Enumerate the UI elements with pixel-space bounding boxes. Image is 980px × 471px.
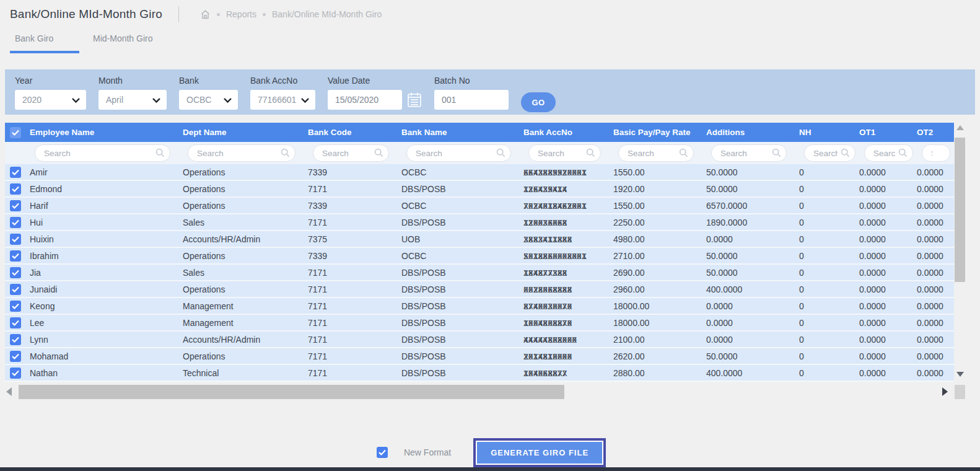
vertical-scrollbar-thumb[interactable] (955, 138, 965, 282)
cell-ot2: 0.0000 (917, 351, 954, 361)
search-dept-name[interactable] (188, 144, 295, 162)
scroll-up-icon[interactable] (956, 125, 964, 130)
search-ot2[interactable] (922, 144, 950, 162)
table-row: Ibrahim Operations 7339 OCBC 50188600080… (5, 248, 954, 265)
cell-nh: 0 (799, 301, 859, 311)
batch-no-input[interactable] (434, 90, 509, 110)
row-checkbox[interactable] (10, 284, 21, 295)
breadcrumb-section[interactable]: Reports (226, 9, 256, 19)
col-header-ot1[interactable]: OT1 (859, 128, 917, 137)
cell-ot1: 0.0000 (859, 201, 917, 211)
cell-ot1: 0.0000 (859, 368, 917, 378)
cell-dept-name: Management (183, 301, 308, 311)
cell-bank-accno-masked: 5018860008001 (523, 252, 587, 261)
scroll-right-icon[interactable] (942, 387, 948, 396)
cell-ot2: 0.0000 (917, 251, 954, 261)
table-row: Amir Operations 7339 OCBC 6643889920001 … (5, 164, 954, 181)
col-header-bank-name[interactable]: Bank Name (401, 128, 523, 137)
cell-additions: 50.0000 (706, 251, 799, 261)
bank-select[interactable]: OCBC (179, 90, 238, 110)
col-header-dept-name[interactable]: Dept Name (183, 128, 308, 137)
cell-bank-name: UOB (401, 234, 523, 244)
cell-bank-name: DBS/POSB (401, 301, 523, 311)
search-icon (772, 148, 781, 160)
cell-dept-name: Operations (183, 167, 308, 177)
select-all-checkbox[interactable] (10, 127, 21, 138)
search-employee-name[interactable] (35, 144, 170, 162)
cell-basic-pay: 4980.00 (613, 234, 706, 244)
row-checkbox[interactable] (10, 183, 21, 195)
cell-nh: 0 (799, 167, 859, 177)
cell-nh: 0 (799, 368, 859, 378)
cell-additions: 50.0000 (706, 268, 799, 278)
cell-bank-code: 7171 (308, 368, 401, 378)
cell-bank-name: DBS/POSB (401, 284, 523, 294)
generate-giro-file-button[interactable]: GENERATE GIRO FILE (476, 441, 603, 465)
row-checkbox[interactable] (10, 167, 21, 178)
home-icon[interactable] (200, 9, 211, 20)
cell-dept-name: Operations (183, 184, 308, 194)
search-bank-name[interactable] (406, 144, 511, 162)
bank-label: Bank (179, 76, 238, 86)
col-header-bank-accno[interactable]: Bank AccNo (523, 128, 613, 137)
check-icon (12, 286, 19, 293)
col-header-employee-name[interactable]: Employee Name (30, 128, 183, 137)
cell-bank-code: 7339 (308, 201, 401, 211)
cell-ot2: 0.0000 (917, 167, 954, 177)
search-icon (281, 148, 290, 160)
value-date-input[interactable] (328, 90, 402, 110)
breadcrumb-current: Bank/Online MId-Month Giro (272, 9, 382, 19)
cell-bank-accno-masked: 2014810000 (523, 352, 572, 361)
cell-basic-pay: 18000.00 (613, 318, 706, 328)
row-checkbox[interactable] (10, 301, 21, 312)
row-checkbox[interactable] (10, 351, 21, 362)
row-checkbox[interactable] (10, 317, 21, 328)
cell-bank-accno-masked: 126439414 (523, 185, 567, 194)
row-checkbox[interactable] (10, 200, 21, 211)
new-format-checkbox[interactable] (377, 447, 388, 458)
bank-accno-select[interactable]: 77166601 (250, 90, 315, 110)
year-label: Year (15, 76, 86, 86)
cell-ot1: 0.0000 (859, 218, 917, 227)
row-checkbox[interactable] (10, 267, 21, 278)
calendar-icon[interactable] (407, 92, 422, 108)
month-select[interactable]: April (98, 90, 167, 110)
batch-no-label: Batch No (434, 76, 509, 86)
breadcrumb: Reports Bank/Online MId-Month Giro (200, 9, 382, 20)
col-header-basic-pay[interactable]: Basic Pay/Pay Rate (613, 128, 706, 137)
bank-accno-select-value: 77166601 (258, 95, 296, 105)
title-divider (178, 6, 179, 22)
cell-additions: 400.0000 (706, 284, 799, 294)
row-checkbox[interactable] (10, 334, 21, 345)
cell-ot1: 0.0000 (859, 234, 917, 244)
col-header-additions[interactable]: Additions (706, 128, 799, 137)
cell-bank-name: OCBC (401, 251, 523, 261)
row-checkbox[interactable] (10, 368, 21, 379)
cell-employee-name: Harif (30, 201, 183, 211)
row-checkbox[interactable] (10, 234, 21, 245)
chevron-down-icon (224, 95, 232, 105)
tab-bank-giro[interactable]: Bank Giro (10, 29, 79, 53)
cell-additions: 0.0000 (706, 335, 799, 345)
check-icon (12, 353, 19, 359)
row-checkbox[interactable] (10, 217, 21, 228)
horizontal-scrollbar-thumb[interactable] (19, 385, 564, 399)
go-button[interactable]: GO (521, 92, 556, 112)
cell-ot2: 0.0000 (917, 301, 954, 311)
col-header-bank-code[interactable]: Bank Code (308, 128, 401, 137)
col-header-nh[interactable]: NH (799, 128, 859, 137)
cell-ot1: 0.0000 (859, 301, 917, 311)
year-select[interactable]: 2020 (15, 90, 86, 110)
cell-bank-code: 7171 (308, 218, 401, 227)
cell-dept-name: Operations (183, 284, 308, 294)
cell-nh: 0 (799, 201, 859, 211)
cell-bank-accno-masked: 8740030070 (523, 302, 572, 311)
scroll-down-icon[interactable] (956, 372, 964, 377)
scrollbar-corner (955, 385, 965, 399)
row-checkbox[interactable] (10, 250, 21, 262)
cell-additions: 0.0000 (706, 234, 799, 244)
col-header-ot2[interactable]: OT2 (917, 128, 954, 137)
tab-mid-month-giro[interactable]: Mid-Month Giro (93, 29, 152, 56)
cell-bank-code: 7171 (308, 335, 401, 345)
scroll-left-icon[interactable] (6, 387, 12, 396)
